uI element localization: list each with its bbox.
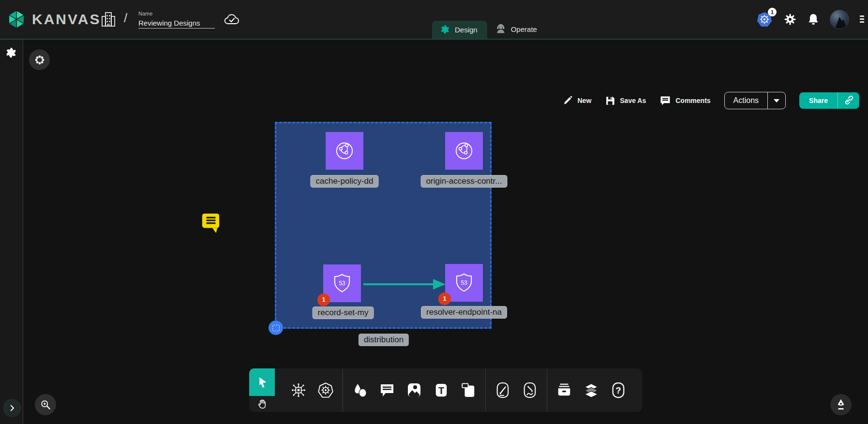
design-name-input[interactable]	[138, 18, 215, 29]
components-node-tool[interactable]	[287, 377, 310, 404]
actions-dropdown-arrow[interactable]	[767, 92, 785, 109]
freehand-draw-tool[interactable]	[519, 377, 541, 404]
pen-mode-button[interactable]	[830, 394, 852, 415]
kubernetes-context-badge: 1	[768, 8, 777, 16]
image-icon	[406, 382, 422, 398]
canvas-quick-actions-button[interactable]	[29, 49, 50, 70]
route53-number: 53	[461, 279, 467, 286]
drawer-archive-icon	[556, 382, 572, 398]
zoom-in-button[interactable]	[35, 394, 56, 415]
comments-button[interactable]: Comments	[659, 95, 710, 106]
actions-split-button[interactable]: Actions	[724, 92, 786, 109]
caret-down-icon	[774, 99, 779, 102]
design-name-field: Name	[138, 11, 216, 29]
cursor-arrow-icon	[256, 376, 269, 389]
selected-group-distribution[interactable]: 53 53 cache-policy-dd origin-access-cont…	[275, 122, 492, 329]
notifications-bell-icon[interactable]	[808, 13, 819, 26]
pointer-tool-column	[249, 368, 275, 412]
brand-name: KANVAS	[32, 11, 101, 28]
layers-icon	[583, 382, 599, 398]
kanvas-hexagon-icon	[6, 9, 27, 30]
kubernetes-context-button[interactable]: 1	[756, 11, 773, 28]
question-mark-icon: ?	[611, 381, 626, 399]
text-tool[interactable]: T	[430, 377, 452, 404]
cloudfront-globe-icon	[451, 138, 477, 163]
sidebar-expand-button[interactable]	[3, 399, 21, 417]
route53-shield-icon: 53	[329, 271, 355, 296]
edge-menu-icon[interactable]	[860, 14, 864, 25]
new-button[interactable]: New	[562, 95, 591, 106]
group-selection-handle[interactable]	[269, 321, 283, 335]
kubernetes-helm-icon	[317, 382, 334, 398]
save-as-button[interactable]: Save As	[605, 95, 646, 106]
copy-link-button[interactable]	[838, 92, 859, 109]
image-tool[interactable]	[403, 377, 425, 404]
text-icon: T	[434, 382, 449, 398]
cloud-saved-icon	[224, 14, 240, 26]
organization-icon[interactable]	[101, 11, 116, 28]
comment-bubble-icon	[379, 382, 395, 398]
tab-operate[interactable]: Operate	[487, 20, 547, 39]
share-split-button[interactable]: Share	[799, 92, 859, 109]
node-badge-record-set[interactable]: 1	[317, 293, 330, 306]
select-tool-active[interactable]	[249, 368, 275, 396]
breadcrumb-separator: /	[124, 11, 127, 26]
design-name-label: Name	[138, 11, 216, 16]
layers-tool[interactable]	[580, 377, 602, 404]
shapes-tool[interactable]	[349, 377, 371, 404]
shapes-icon	[352, 382, 368, 398]
route53-shield-icon: 53	[451, 270, 477, 295]
group-label-distribution[interactable]: distribution	[359, 334, 409, 346]
sticky-note-icon	[461, 382, 476, 398]
tab-design[interactable]: Design	[432, 21, 487, 39]
drawer-tool[interactable]	[553, 377, 575, 404]
design-pen-tool[interactable]	[492, 377, 514, 404]
note-tool[interactable]	[457, 377, 479, 404]
help-tool[interactable]: ?	[607, 377, 629, 404]
route53-number: 53	[339, 280, 345, 287]
node-label-record-set[interactable]: record-set-my	[313, 307, 374, 319]
brand-logo[interactable]: KANVAS	[6, 9, 101, 30]
magnifier-plus-icon	[39, 398, 52, 411]
pan-hand-tool[interactable]	[249, 396, 275, 412]
operate-headset-icon	[495, 23, 507, 35]
mode-tabs: Design Operate	[432, 20, 547, 39]
comment-pin[interactable]	[201, 211, 221, 234]
edge-record-to-resolver[interactable]	[362, 277, 447, 292]
new-label: New	[577, 97, 591, 104]
settings-gear-icon[interactable]	[783, 13, 797, 26]
share-label[interactable]: Share	[799, 92, 838, 109]
comment-tool[interactable]	[376, 377, 398, 404]
app-header: KANVAS / Name	[0, 0, 868, 40]
design-canvas[interactable]: New Save As	[23, 40, 868, 424]
pen-nib-icon	[835, 398, 847, 411]
comments-label: Comments	[675, 97, 710, 104]
pencil-scribble-icon	[523, 381, 537, 399]
pen-ruler-icon	[495, 381, 510, 399]
sidebar-spiral-icon[interactable]	[5, 46, 17, 59]
kanvas-app: KANVAS / Name	[0, 0, 868, 424]
node-origin-access-control[interactable]	[445, 132, 483, 170]
node-label-resolver-endpoint[interactable]: resolver-endpoint-na	[421, 306, 507, 319]
actions-label[interactable]: Actions	[725, 92, 767, 109]
lasso-square-icon	[272, 325, 280, 331]
design-swirl-icon	[440, 24, 450, 35]
floppy-disk-icon	[605, 95, 615, 106]
cloudfront-globe-icon	[332, 138, 357, 163]
pencil-icon	[562, 95, 573, 106]
save-as-label: Save As	[620, 97, 646, 104]
kubernetes-tool[interactable]	[314, 377, 337, 404]
user-avatar[interactable]	[830, 10, 849, 29]
canvas-action-bar: New Save As	[562, 92, 859, 109]
left-sidebar	[0, 40, 23, 424]
node-resolver-endpoint[interactable]: 53	[445, 264, 483, 302]
node-label-cache-policy[interactable]: cache-policy-dd	[310, 175, 378, 188]
circuit-node-icon	[290, 382, 307, 398]
bottom-toolbar: T	[249, 368, 642, 412]
text-tool-glyph: T	[438, 385, 444, 396]
node-badge-resolver-endpoint[interactable]: 1	[438, 292, 451, 305]
node-label-origin-access[interactable]: origin-access-contr...	[421, 175, 508, 188]
node-cache-policy[interactable]	[326, 132, 363, 170]
help-glyph: ?	[615, 385, 621, 395]
header-right-icons: 1	[756, 0, 864, 39]
